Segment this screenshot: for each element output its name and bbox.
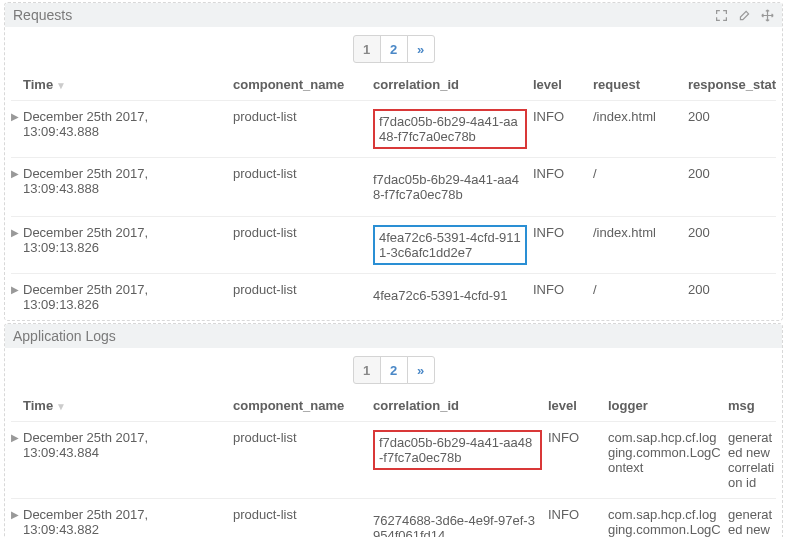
- page-2[interactable]: 2: [380, 356, 408, 384]
- requests-pager: 1 2 »: [11, 33, 776, 69]
- cell-component: product-list: [233, 430, 373, 445]
- expand-caret-icon[interactable]: ▶: [11, 507, 23, 520]
- expand-caret-icon[interactable]: ▶: [11, 430, 23, 443]
- table-row: ▶ December 25th 2017, 13:09:13.826 produ…: [11, 273, 776, 320]
- page-2[interactable]: 2: [380, 35, 408, 63]
- requests-title: Requests: [13, 7, 715, 23]
- table-row: ▶ December 25th 2017, 13:09:13.826 produ…: [11, 216, 776, 273]
- table-row: ▶ December 25th 2017, 13:09:43.888 produ…: [11, 157, 776, 216]
- cell-level: INFO: [533, 166, 593, 181]
- col-response-status[interactable]: response_status: [688, 77, 776, 92]
- table-header-row: Time▼ component_name correlation_id leve…: [11, 69, 776, 100]
- cell-time: December 25th 2017, 13:09:43.888: [23, 109, 233, 139]
- cell-component: product-list: [233, 225, 373, 240]
- cell-msg: generated new correlation id: [728, 430, 776, 490]
- expand-caret-icon[interactable]: ▶: [11, 166, 23, 179]
- applogs-table: Time▼ component_name correlation_id leve…: [11, 390, 776, 537]
- cell-correlation: 4fea72c6-5391-4cfd-9111-3c6afc1dd2e7: [373, 225, 533, 265]
- cell-time: December 25th 2017, 13:09:43.882: [23, 507, 233, 537]
- table-row: ▶ December 25th 2017, 13:09:43.884 produ…: [11, 421, 776, 498]
- cell-time: December 25th 2017, 13:09:43.884: [23, 430, 233, 460]
- cell-correlation: f7dac05b-6b29-4a41-aa48-f7fc7a0ec78b: [373, 430, 548, 470]
- col-time[interactable]: Time: [23, 77, 53, 92]
- cell-component: product-list: [233, 166, 373, 181]
- page-1[interactable]: 1: [353, 35, 381, 63]
- applogs-pager: 1 2 »: [11, 354, 776, 390]
- cell-response-status: 200: [688, 109, 776, 124]
- cell-logger: com.sap.hcp.cf.logging.common.LogContext: [608, 430, 728, 475]
- col-component[interactable]: component_name: [233, 398, 373, 413]
- sort-desc-icon: ▼: [56, 401, 66, 412]
- cell-correlation: f7dac05b-6b29-4a41-aa48-f7fc7a0ec78b: [373, 109, 533, 149]
- applogs-header: Application Logs: [5, 324, 782, 348]
- expand-icon[interactable]: [715, 9, 728, 22]
- cell-request: /index.html: [593, 109, 688, 124]
- col-level[interactable]: level: [533, 77, 593, 92]
- page-next[interactable]: »: [407, 356, 435, 384]
- cell-level: INFO: [548, 507, 608, 522]
- col-correlation[interactable]: correlation_id: [373, 77, 533, 92]
- cell-request: /: [593, 282, 688, 297]
- cell-time: December 25th 2017, 13:09:43.888: [23, 166, 233, 196]
- requests-header: Requests: [5, 3, 782, 27]
- col-component[interactable]: component_name: [233, 77, 373, 92]
- col-time[interactable]: Time: [23, 398, 53, 413]
- cell-component: product-list: [233, 109, 373, 124]
- col-level[interactable]: level: [548, 398, 608, 413]
- expand-caret-icon[interactable]: ▶: [11, 282, 23, 295]
- cell-msg: generated new correlation id: [728, 507, 776, 537]
- cell-request: /index.html: [593, 225, 688, 240]
- sort-desc-icon: ▼: [56, 80, 66, 91]
- cell-level: INFO: [533, 282, 593, 297]
- cell-correlation: 4fea72c6-5391-4cfd-91: [373, 282, 533, 309]
- applogs-panel: Application Logs 1 2 » Time▼ component_n…: [4, 323, 783, 537]
- table-row: ▶ December 25th 2017, 13:09:43.882 produ…: [11, 498, 776, 537]
- cell-correlation: 76274688-3d6e-4e9f-97ef-3954f061fd14: [373, 507, 548, 537]
- cell-component: product-list: [233, 282, 373, 297]
- cell-component: product-list: [233, 507, 373, 522]
- page-next[interactable]: »: [407, 35, 435, 63]
- cell-level: INFO: [533, 225, 593, 240]
- cell-level: INFO: [548, 430, 608, 445]
- cell-logger: com.sap.hcp.cf.logging.common.LogContext: [608, 507, 728, 537]
- page-1[interactable]: 1: [353, 356, 381, 384]
- move-icon[interactable]: [761, 9, 774, 22]
- applogs-title: Application Logs: [13, 328, 774, 344]
- cell-time: December 25th 2017, 13:09:13.826: [23, 225, 233, 255]
- expand-caret-icon[interactable]: ▶: [11, 225, 23, 238]
- requests-panel: Requests 1 2 » Time▼ component_name corr…: [4, 2, 783, 321]
- cell-response-status: 200: [688, 282, 776, 297]
- requests-table: Time▼ component_name correlation_id leve…: [11, 69, 776, 320]
- requests-scroll[interactable]: Time▼ component_name correlation_id leve…: [11, 69, 776, 320]
- cell-time: December 25th 2017, 13:09:13.826: [23, 282, 233, 312]
- col-correlation[interactable]: correlation_id: [373, 398, 548, 413]
- cell-level: INFO: [533, 109, 593, 124]
- table-header-row: Time▼ component_name correlation_id leve…: [11, 390, 776, 421]
- cell-response-status: 200: [688, 166, 776, 181]
- cell-correlation: f7dac05b-6b29-4a41-aa48-f7fc7a0ec78b: [373, 166, 533, 208]
- cell-response-status: 200: [688, 225, 776, 240]
- col-request[interactable]: request: [593, 77, 688, 92]
- edit-icon[interactable]: [738, 9, 751, 22]
- table-row: ▶ December 25th 2017, 13:09:43.888 produ…: [11, 100, 776, 157]
- col-msg[interactable]: msg: [728, 398, 776, 413]
- cell-request: /: [593, 166, 688, 181]
- col-logger[interactable]: logger: [608, 398, 728, 413]
- expand-caret-icon[interactable]: ▶: [11, 109, 23, 122]
